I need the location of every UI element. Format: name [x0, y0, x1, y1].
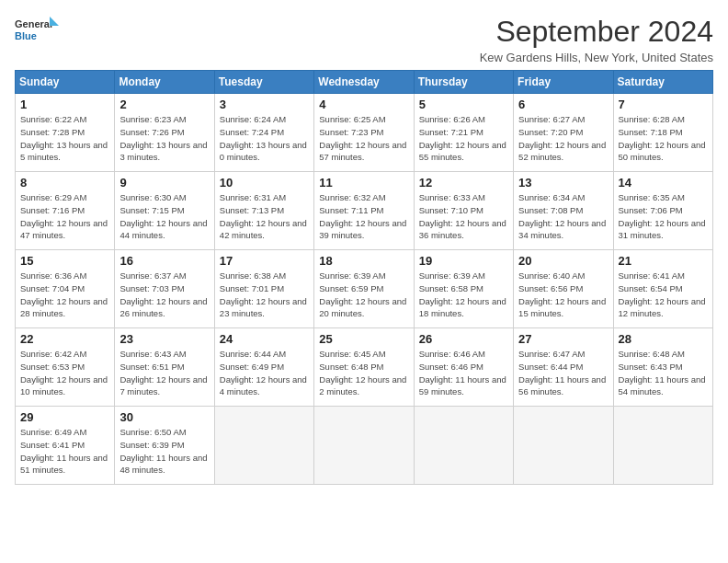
day-number: 1: [20, 98, 109, 111]
calendar-cell: 18Sunrise: 6:39 AMSunset: 6:59 PMDayligh…: [314, 250, 414, 328]
weekday-header-saturday: Saturday: [613, 71, 712, 94]
weekday-header-monday: Monday: [115, 71, 214, 94]
weekday-header-tuesday: Tuesday: [214, 71, 313, 94]
calendar-cell: 19Sunrise: 6:39 AMSunset: 6:58 PMDayligh…: [414, 250, 513, 328]
calendar-cell: 17Sunrise: 6:38 AMSunset: 7:01 PMDayligh…: [214, 250, 313, 328]
week-row-1: 1Sunrise: 6:22 AMSunset: 7:28 PMDaylight…: [16, 94, 713, 172]
month-title: September 2024: [480, 15, 713, 49]
day-number: 18: [319, 254, 408, 268]
calendar-cell: 5Sunrise: 6:26 AMSunset: 7:21 PMDaylight…: [414, 94, 513, 172]
logo: General Blue: [15, 15, 61, 48]
day-info: Sunrise: 6:32 AMSunset: 7:11 PMDaylight:…: [319, 191, 408, 242]
calendar-cell: 7Sunrise: 6:28 AMSunset: 7:18 PMDaylight…: [613, 94, 712, 172]
day-number: 19: [419, 254, 508, 268]
day-number: 24: [220, 332, 309, 346]
day-number: 25: [319, 332, 408, 346]
day-info: Sunrise: 6:34 AMSunset: 7:08 PMDaylight:…: [518, 191, 608, 242]
day-number: 26: [419, 332, 508, 346]
calendar-table: SundayMondayTuesdayWednesdayThursdayFrid…: [15, 70, 713, 485]
day-info: Sunrise: 6:25 AMSunset: 7:23 PMDaylight:…: [319, 113, 408, 164]
day-info: Sunrise: 6:47 AMSunset: 6:44 PMDaylight:…: [518, 348, 608, 398]
day-info: Sunrise: 6:42 AMSunset: 6:53 PMDaylight:…: [20, 348, 109, 398]
svg-text:Blue: Blue: [15, 30, 37, 41]
day-info: Sunrise: 6:26 AMSunset: 7:21 PMDaylight:…: [419, 113, 508, 164]
day-info: Sunrise: 6:48 AMSunset: 6:43 PMDaylight:…: [619, 348, 708, 398]
svg-text:General: General: [15, 18, 52, 29]
day-number: 20: [518, 254, 608, 268]
day-info: Sunrise: 6:37 AMSunset: 7:03 PMDaylight:…: [119, 270, 209, 320]
day-number: 4: [319, 98, 408, 111]
day-info: Sunrise: 6:33 AMSunset: 7:10 PMDaylight:…: [419, 191, 508, 242]
day-info: Sunrise: 6:24 AMSunset: 7:24 PMDaylight:…: [220, 113, 309, 164]
day-number: 13: [518, 176, 608, 190]
calendar-cell: 4Sunrise: 6:25 AMSunset: 7:23 PMDaylight…: [314, 94, 414, 172]
weekday-header-friday: Friday: [514, 71, 613, 94]
day-info: Sunrise: 6:50 AMSunset: 6:39 PMDaylight:…: [119, 426, 209, 477]
day-number: 8: [20, 176, 109, 190]
day-info: Sunrise: 6:43 AMSunset: 6:51 PMDaylight:…: [119, 348, 209, 398]
day-info: Sunrise: 6:38 AMSunset: 7:01 PMDaylight:…: [220, 270, 309, 320]
calendar-cell: 21Sunrise: 6:41 AMSunset: 6:54 PMDayligh…: [613, 250, 712, 328]
day-number: 16: [119, 254, 209, 268]
day-number: 11: [319, 176, 408, 190]
calendar-cell: 9Sunrise: 6:30 AMSunset: 7:15 PMDaylight…: [115, 172, 214, 250]
title-block: September 2024 Kew Gardens Hills, New Yo…: [480, 15, 713, 64]
day-number: 2: [119, 98, 209, 111]
calendar-cell: 26Sunrise: 6:46 AMSunset: 6:46 PMDayligh…: [414, 328, 513, 407]
day-number: 10: [220, 176, 309, 190]
page-header: General Blue September 2024 Kew Gardens …: [15, 15, 713, 64]
calendar-cell: [514, 407, 613, 485]
calendar-cell: 13Sunrise: 6:34 AMSunset: 7:08 PMDayligh…: [514, 172, 613, 250]
calendar-cell: 24Sunrise: 6:44 AMSunset: 6:49 PMDayligh…: [214, 328, 313, 407]
calendar-cell: [214, 407, 313, 485]
calendar-cell: 8Sunrise: 6:29 AMSunset: 7:16 PMDaylight…: [16, 172, 115, 250]
day-number: 21: [619, 254, 708, 268]
calendar-cell: 28Sunrise: 6:48 AMSunset: 6:43 PMDayligh…: [613, 328, 712, 407]
day-info: Sunrise: 6:31 AMSunset: 7:13 PMDaylight:…: [220, 191, 309, 242]
calendar-cell: [314, 407, 414, 485]
calendar-cell: 23Sunrise: 6:43 AMSunset: 6:51 PMDayligh…: [115, 328, 214, 407]
day-number: 30: [119, 410, 209, 424]
calendar-cell: 1Sunrise: 6:22 AMSunset: 7:28 PMDaylight…: [16, 94, 115, 172]
day-info: Sunrise: 6:46 AMSunset: 6:46 PMDaylight:…: [419, 348, 508, 398]
day-number: 27: [518, 332, 608, 346]
day-number: 7: [619, 98, 708, 111]
weekday-header-sunday: Sunday: [16, 71, 115, 94]
day-info: Sunrise: 6:35 AMSunset: 7:06 PMDaylight:…: [619, 191, 708, 242]
day-info: Sunrise: 6:49 AMSunset: 6:41 PMDaylight:…: [20, 426, 109, 477]
calendar-cell: 27Sunrise: 6:47 AMSunset: 6:44 PMDayligh…: [514, 328, 613, 407]
day-info: Sunrise: 6:22 AMSunset: 7:28 PMDaylight:…: [20, 113, 109, 164]
day-info: Sunrise: 6:44 AMSunset: 6:49 PMDaylight:…: [220, 348, 309, 398]
location-text: Kew Gardens Hills, New York, United Stat…: [480, 51, 713, 64]
calendar-cell: [414, 407, 513, 485]
day-info: Sunrise: 6:41 AMSunset: 6:54 PMDaylight:…: [619, 270, 708, 320]
day-info: Sunrise: 6:45 AMSunset: 6:48 PMDaylight:…: [319, 348, 408, 398]
day-info: Sunrise: 6:39 AMSunset: 6:59 PMDaylight:…: [319, 270, 408, 320]
day-number: 3: [220, 98, 309, 111]
day-number: 22: [20, 332, 109, 346]
calendar-cell: 15Sunrise: 6:36 AMSunset: 7:04 PMDayligh…: [16, 250, 115, 328]
calendar-cell: 10Sunrise: 6:31 AMSunset: 7:13 PMDayligh…: [214, 172, 313, 250]
weekday-header-row: SundayMondayTuesdayWednesdayThursdayFrid…: [16, 71, 713, 94]
calendar-cell: 14Sunrise: 6:35 AMSunset: 7:06 PMDayligh…: [613, 172, 712, 250]
day-info: Sunrise: 6:39 AMSunset: 6:58 PMDaylight:…: [419, 270, 508, 320]
weekday-header-thursday: Thursday: [414, 71, 513, 94]
day-number: 14: [619, 176, 708, 190]
calendar-cell: [613, 407, 712, 485]
svg-marker-2: [50, 17, 59, 26]
day-info: Sunrise: 6:28 AMSunset: 7:18 PMDaylight:…: [619, 113, 708, 164]
day-number: 28: [619, 332, 708, 346]
day-number: 5: [419, 98, 508, 111]
calendar-cell: 2Sunrise: 6:23 AMSunset: 7:26 PMDaylight…: [115, 94, 214, 172]
week-row-4: 22Sunrise: 6:42 AMSunset: 6:53 PMDayligh…: [16, 328, 713, 407]
day-info: Sunrise: 6:36 AMSunset: 7:04 PMDaylight:…: [20, 270, 109, 320]
calendar-cell: 3Sunrise: 6:24 AMSunset: 7:24 PMDaylight…: [214, 94, 313, 172]
calendar-cell: 29Sunrise: 6:49 AMSunset: 6:41 PMDayligh…: [16, 407, 115, 485]
day-number: 17: [220, 254, 309, 268]
calendar-cell: 25Sunrise: 6:45 AMSunset: 6:48 PMDayligh…: [314, 328, 414, 407]
calendar-cell: 20Sunrise: 6:40 AMSunset: 6:56 PMDayligh…: [514, 250, 613, 328]
day-info: Sunrise: 6:30 AMSunset: 7:15 PMDaylight:…: [119, 191, 209, 242]
day-info: Sunrise: 6:23 AMSunset: 7:26 PMDaylight:…: [119, 113, 209, 164]
day-number: 6: [518, 98, 608, 111]
day-number: 9: [119, 176, 209, 190]
